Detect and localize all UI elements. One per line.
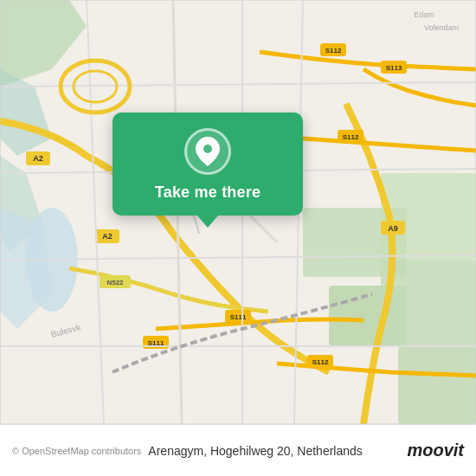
svg-rect-10 xyxy=(398,346,476,424)
location-label: Arenagym, Hogehilweg 20, Netherlands xyxy=(148,444,407,458)
svg-text:N522: N522 xyxy=(106,279,124,286)
map-container: A2 A2 A9 N522 S111 S111 S112 S112 S112 S… xyxy=(0,0,476,424)
bottom-bar: © OpenStreetMap contributors Arenagym, H… xyxy=(0,424,476,476)
location-pin-icon xyxy=(184,128,231,175)
take-me-there-button[interactable]: Take me there xyxy=(155,183,261,202)
popup-card[interactable]: Take me there xyxy=(113,113,303,215)
svg-text:A2: A2 xyxy=(33,154,43,163)
svg-text:S113: S113 xyxy=(386,64,402,72)
svg-text:A2: A2 xyxy=(102,232,113,241)
copyright-text: © OpenStreetMap contributors xyxy=(12,446,141,456)
svg-text:Volendam: Volendam xyxy=(424,23,459,32)
moovit-wordmark: moovit xyxy=(407,441,464,460)
svg-rect-9 xyxy=(381,260,476,346)
svg-text:S112: S112 xyxy=(312,358,329,366)
svg-text:S111: S111 xyxy=(230,313,247,321)
svg-text:Edam: Edam xyxy=(414,10,434,19)
svg-text:S112: S112 xyxy=(325,47,342,55)
svg-text:A9: A9 xyxy=(388,224,398,233)
moovit-logo: moovit xyxy=(407,441,464,460)
svg-text:S112: S112 xyxy=(343,133,359,141)
